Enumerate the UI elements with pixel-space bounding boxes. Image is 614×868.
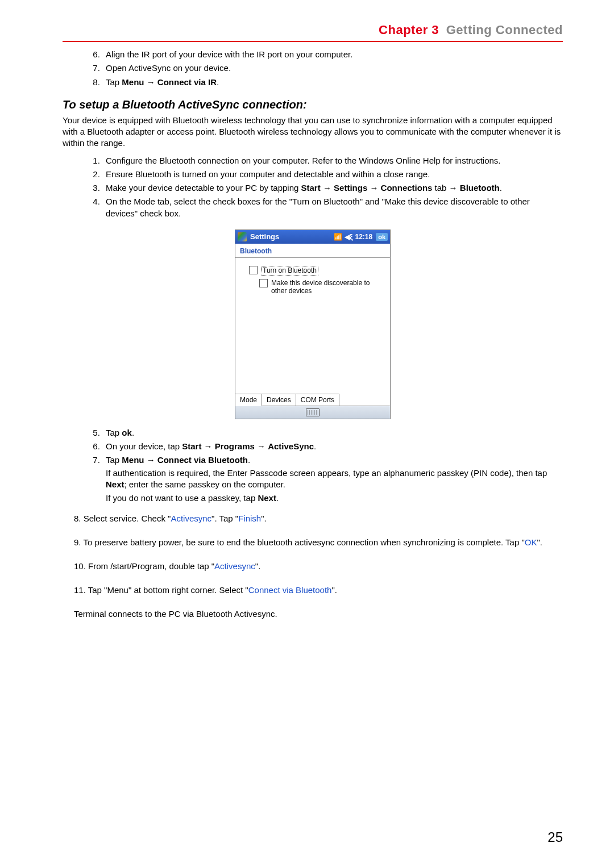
chapter-label: Chapter 3: [379, 23, 439, 37]
list-item: Ensure Bluetooth is turned on your compu…: [102, 169, 563, 180]
list-item: On your device, tap Start → Programs → A…: [102, 441, 563, 452]
page-number: 25: [547, 829, 563, 845]
document-page: Chapter 3 Getting Connected Align the IR…: [0, 0, 614, 868]
step-note: If authentication is required, the Enter…: [106, 468, 563, 491]
list-item: Configure the Bluetooth connection on yo…: [102, 155, 563, 166]
list-item: Align the IR port of your device with th…: [102, 49, 563, 60]
header-rule: [63, 41, 563, 42]
free-step: 9. To preserve battery power, be sure to…: [74, 536, 563, 549]
checkbox-icon[interactable]: [259, 279, 268, 287]
bluetooth-steps-list: Configure the Bluetooth connection on yo…: [63, 155, 563, 219]
device-title: Settings: [250, 232, 279, 241]
checkbox-icon[interactable]: [249, 266, 258, 274]
steps-list-continued: Align the IR port of your device with th…: [63, 49, 563, 88]
list-item: Tap Menu → Connect via Bluetooth.If auth…: [102, 454, 563, 504]
device-clock: 12:18: [355, 233, 372, 241]
windows-icon: [238, 232, 247, 241]
free-step: 11. Tap "Menu" at bottom right corner. S…: [74, 583, 563, 597]
section-heading: To setup a Bluetooth ActiveSync connecti…: [63, 98, 563, 111]
device-tabs: Mode Devices COM Ports: [235, 394, 390, 406]
device-body: Turn on Bluetooth Make this device disco…: [235, 258, 390, 394]
checkbox-label-2: Make this device discoverable to other d…: [271, 279, 384, 295]
tab-devices[interactable]: Devices: [262, 394, 296, 406]
keyboard-icon[interactable]: [306, 408, 320, 416]
checkbox-row-2: Make this device discoverable to other d…: [259, 279, 384, 295]
step-note: If you do not want to use a passkey, tap…: [106, 493, 563, 504]
device-subtitle: Bluetooth: [235, 244, 390, 258]
volume-icon: ◀ξ: [345, 233, 352, 241]
device-screenshot: Settings 📶 ◀ξ 12:18 ok Bluetooth Turn on…: [235, 229, 391, 419]
list-item: On the Mode tab, select the check boxes …: [102, 196, 563, 219]
checkbox-row-1: Turn on Bluetooth: [249, 266, 384, 276]
intro-paragraph: Your device is equipped with Bluetooth w…: [63, 115, 563, 149]
list-item: Open ActiveSync on your device.: [102, 62, 563, 74]
steps-after-screenshot: Tap ok.On your device, tap Start → Progr…: [63, 427, 563, 504]
list-item: Tap ok.: [102, 427, 563, 439]
signal-icon: 📶: [334, 233, 342, 241]
list-item: Tap Menu → Connect via IR.: [102, 77, 563, 88]
tab-mode[interactable]: Mode: [235, 394, 262, 406]
chapter-title: Getting Connected: [446, 23, 563, 37]
device-titlebar: Settings 📶 ◀ξ 12:18 ok: [235, 230, 390, 244]
free-step: Terminal connects to the PC via Bluetoot…: [74, 607, 563, 621]
checkbox-label-1: Turn on Bluetooth: [261, 266, 318, 276]
device-footer: [235, 406, 390, 419]
device-status-area: 📶 ◀ξ 12:18: [334, 233, 372, 241]
page-header: Chapter 3 Getting Connected: [63, 23, 563, 41]
additional-steps: 8. Select service. Check "Activesync". T…: [74, 512, 563, 621]
ok-button[interactable]: ok: [376, 233, 388, 241]
free-step: 10. From /start/Program, double tap "Act…: [74, 560, 563, 573]
tab-com-ports[interactable]: COM Ports: [296, 394, 339, 406]
list-item: Make your device detectable to your PC b…: [102, 182, 563, 194]
free-step: 8. Select service. Check "Activesync". T…: [74, 512, 563, 525]
